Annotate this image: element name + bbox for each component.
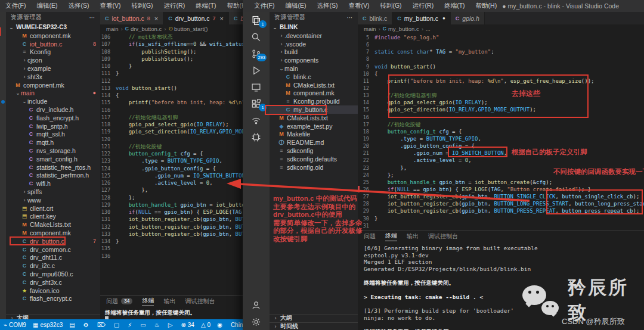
file-tree-item[interactable]: Cdrv_button.c7: [6, 237, 100, 245]
search-icon[interactable]: [243, 29, 270, 45]
file-tree-item[interactable]: ›spiffs: [6, 188, 100, 196]
status-item[interactable]: ⊗34: [181, 322, 194, 328]
menu-item[interactable]: 运行(R): [159, 2, 191, 9]
file-tree-item[interactable]: ›sht3x: [6, 73, 100, 81]
file-tree-item[interactable]: Mcomponent.mk: [6, 229, 100, 237]
extensions-icon[interactable]: 1: [243, 95, 270, 112]
file-tree-item[interactable]: ›.vscode: [270, 40, 358, 48]
menu-item[interactable]: 查看(V): [94, 2, 126, 9]
file-tree-item[interactable]: Cmqtt_ssl.h: [6, 130, 100, 139]
tab-blink.c[interactable]: Cblink.c: [358, 12, 392, 24]
file-tree-item[interactable]: MCMakeLists.txt: [270, 81, 358, 89]
right-breadcrumb[interactable]: main›Cmy_button.c›...: [358, 24, 644, 33]
file-tree-item[interactable]: Cflash_encrypt.h: [6, 114, 100, 122]
file-tree-item[interactable]: ◆example_test.py: [270, 122, 358, 130]
status-item[interactable]: ⚙: [83, 322, 91, 328]
close-icon[interactable]: ×: [220, 15, 224, 22]
file-tree-item[interactable]: ›components: [270, 56, 358, 64]
file-tree-item[interactable]: ⌄include: [6, 97, 100, 105]
breadcrumb-item[interactable]: button_start(): [174, 26, 208, 32]
status-item[interactable]: ⚡: [128, 322, 134, 328]
file-tree-item[interactable]: ›www: [6, 196, 100, 204]
file-tree-item[interactable]: Cmy_button.c: [270, 105, 358, 114]
panel-tab-输出[interactable]: 输出: [407, 232, 419, 241]
file-tree-item[interactable]: ★favicon.ico: [6, 287, 100, 295]
menu-item[interactable]: 文件(F): [249, 2, 280, 9]
file-tree-item[interactable]: Mcomponent.mk: [6, 32, 100, 40]
menu-item[interactable]: 编辑(E): [280, 2, 311, 9]
file-tree-item[interactable]: Cflash_encrypt.c: [6, 295, 100, 303]
file-tree-item[interactable]: ›cjson: [6, 56, 100, 64]
file-tree-item[interactable]: ≡Kconfig: [6, 48, 100, 57]
file-tree-item[interactable]: ≡sdkconfig.old: [270, 163, 358, 172]
file-tree-item[interactable]: Mcomponent.mk: [270, 89, 358, 98]
explorer-icon[interactable]: 1: [243, 12, 270, 29]
file-tree-item[interactable]: ⬒client.key: [6, 213, 100, 221]
status-item[interactable]: ▤: [69, 322, 76, 328]
menu-item[interactable]: 选择(S): [311, 2, 343, 9]
status-item[interactable]: ▷: [168, 322, 175, 328]
panel-tab-终端[interactable]: 终端: [142, 297, 154, 306]
breadcrumb-item[interactable]: my_button.c: [388, 26, 419, 32]
close-icon[interactable]: ×: [154, 15, 158, 22]
tab-my_button.c[interactable]: Cmy_button.c●: [392, 12, 451, 24]
status-item[interactable]: ♨: [154, 322, 162, 328]
file-tree-item[interactable]: Clwip_sntp.h: [6, 122, 100, 130]
run-debug-icon[interactable]: [243, 62, 270, 79]
project-root[interactable]: ⌄ BLINK: [270, 23, 358, 32]
panel-tab-终端[interactable]: 终端: [385, 232, 397, 241]
file-tree-item[interactable]: Cdrv_common.c: [6, 245, 100, 254]
file-tree-item[interactable]: ≡sdkconfig: [270, 147, 358, 155]
breadcrumb-item[interactable]: main: [364, 26, 376, 32]
file-tree-item[interactable]: ›.devcontainer: [270, 32, 358, 40]
status-item[interactable]: ▢: [114, 322, 121, 328]
tab-gpio.h[interactable]: Cgpio.h: [451, 12, 485, 24]
menu-item[interactable]: 转到(G): [374, 2, 407, 9]
file-tree-item[interactable]: Cdrv_mpu6050.c: [6, 270, 100, 278]
more-actions-icon[interactable]: ⋯: [347, 14, 354, 21]
file-tree-item[interactable]: Csmart_config.h: [6, 155, 100, 163]
file-tree-item[interactable]: Ciot_button.c8: [6, 40, 100, 48]
menu-item[interactable]: 编辑(E): [31, 2, 63, 9]
sidebar-section-时间线[interactable]: ›时间线: [270, 322, 358, 330]
right-code-editor[interactable]: 5#include "esp_log.h"67static const char…: [358, 33, 644, 231]
file-tree-item[interactable]: Cdrv_sht3x.c: [6, 278, 100, 287]
menu-item[interactable]: 运行(R): [407, 2, 439, 9]
left-breadcrumb[interactable]: main›Cdrv_button.c›⊙button_start(): [100, 24, 250, 33]
breadcrumb-item[interactable]: main: [106, 26, 119, 32]
menu-item[interactable]: 选择(S): [63, 2, 94, 9]
status-item[interactable]: ⌦: [97, 322, 107, 328]
status-item[interactable]: △0: [201, 322, 210, 328]
tab-iot_button.c[interactable]: Ciot_button.c8×: [100, 12, 163, 24]
file-tree-item[interactable]: Cstatistic_perfmon.h: [6, 172, 100, 180]
file-tree-item[interactable]: ≡Kconfig.projbuild: [270, 97, 358, 105]
project-root[interactable]: ⌄ WUMEI-ESP32-C3: [6, 23, 100, 32]
file-tree-item[interactable]: ⌄main: [270, 64, 358, 73]
panel-tab-调试控制台[interactable]: 调试控制台: [185, 297, 215, 306]
file-tree-item[interactable]: MCMakeLists.txt: [270, 114, 358, 122]
panel-tab-问题[interactable]: 问题34: [106, 297, 132, 306]
panel-tab-调试控制台[interactable]: 调试控制台: [428, 232, 458, 241]
file-tree-item[interactable]: Cnvs_storage.h: [6, 147, 100, 155]
panel-tab-问题[interactable]: 问题: [364, 232, 376, 241]
breadcrumb-item[interactable]: ...: [426, 26, 431, 32]
file-tree-item[interactable]: Cdrv_dht11.c: [6, 254, 100, 262]
file-tree-item[interactable]: Cwifi.h: [6, 179, 100, 188]
file-tree-item[interactable]: Mcomponent.mk: [6, 81, 100, 89]
menu-item[interactable]: 查看(V): [343, 2, 374, 9]
file-tree-item[interactable]: MCMakeLists.txt: [6, 220, 100, 229]
tab-drv_button.c[interactable]: Cdrv_button.c7×: [163, 12, 229, 24]
espidf-wifi-icon[interactable]: [243, 112, 270, 129]
more-actions-icon[interactable]: ⋯: [89, 14, 96, 21]
file-tree-item[interactable]: Cmqtt.h: [6, 138, 100, 147]
account-icon[interactable]: [243, 297, 270, 313]
file-tree-item[interactable]: ≡sdkconfig.defaults: [270, 155, 358, 163]
left-code-editor[interactable]: 106 // mqtt发布状态107 if(is_wifi_offline==0…: [100, 33, 250, 295]
menu-item[interactable]: 转到(G): [126, 2, 158, 9]
file-tree-item[interactable]: ›example: [6, 64, 100, 73]
espidf-chip-icon[interactable]: [243, 129, 270, 145]
file-tree-item[interactable]: Cblink.c: [270, 73, 358, 81]
status-item[interactable]: ⌁COM9: [4, 322, 26, 328]
menu-item[interactable]: 帮助(H): [470, 2, 503, 9]
file-tree-item[interactable]: ›build: [270, 48, 358, 57]
